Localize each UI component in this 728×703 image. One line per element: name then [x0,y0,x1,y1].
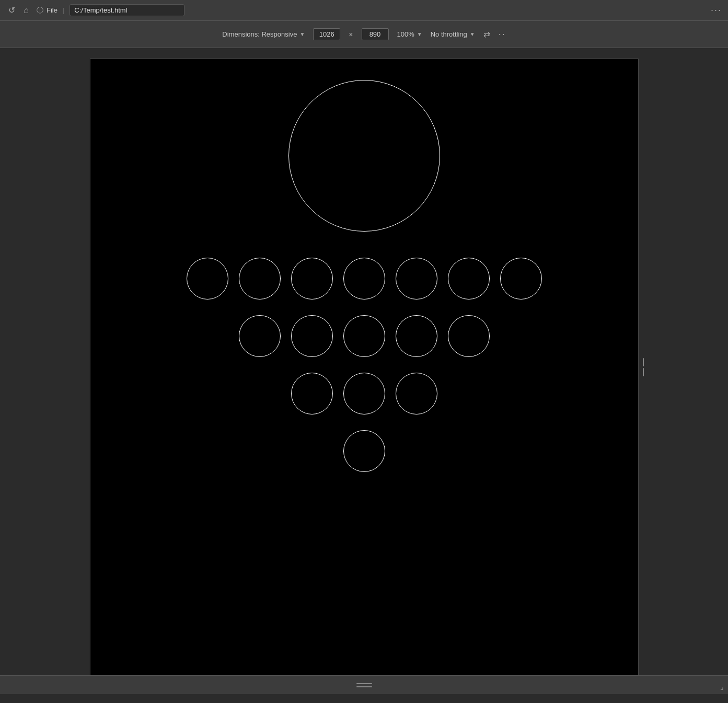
list-item [343,373,385,414]
more-options-button[interactable]: ··· [711,5,722,16]
resize-handle-bar-1 [643,358,644,366]
address-input[interactable]: C:/Temp/test.html [70,4,184,16]
resize-handle-right[interactable] [640,356,646,377]
large-circle-wrapper [288,80,440,232]
toolbar-more-options[interactable]: ·· [499,29,506,40]
throttle-dropdown-arrow: ▼ [470,31,475,37]
list-item [187,258,228,299]
list-item [239,315,281,357]
height-input[interactable] [362,28,389,40]
file-label: File [47,6,57,14]
times-symbol: × [349,30,353,39]
canvas-content [90,59,638,675]
dimensions-dropdown-arrow: ▼ [299,31,305,37]
list-item [291,373,333,414]
dimensions-label: Dimensions: Responsive [222,30,297,38]
circle-row-1 [187,258,542,299]
list-item [396,373,437,414]
list-item [239,258,281,299]
zoom-dropdown-arrow: ▼ [417,31,422,37]
list-item [291,258,333,299]
drag-bar-1 [356,683,372,684]
zoom-dropdown[interactable]: 100% ▼ [397,30,422,38]
devtools-toolbar: Dimensions: Responsive ▼ × 100% ▼ No thr… [0,21,728,48]
list-item [448,258,490,299]
resize-handle-bar-2 [643,368,644,376]
viewport-container [0,48,728,675]
home-icon[interactable]: ⌂ [21,6,31,15]
list-item [343,430,385,472]
list-item [500,258,542,299]
bottom-drag-handle[interactable] [356,683,372,687]
drag-bar-2 [356,686,372,687]
browser-nav-icons: ↺ ⌂ [6,5,31,15]
address-bar-area: ⓘ File | C:/Temp/test.html [37,4,706,16]
width-input[interactable] [313,28,340,40]
dimensions-dropdown[interactable]: Dimensions: Responsive ▼ [222,30,305,38]
circle-row-2 [239,315,490,357]
throttle-label: No throttling [431,30,467,38]
list-item [291,315,333,357]
list-item [343,258,385,299]
circle-row-4 [343,430,385,472]
circles-section [187,258,542,472]
large-circle [288,80,440,232]
viewport-frame [90,59,639,675]
list-item [343,315,385,357]
rotate-icon[interactable]: ⇄ [483,29,490,39]
circle-row-3 [291,373,437,414]
zoom-label: 100% [397,30,414,38]
list-item [396,258,437,299]
list-item [448,315,490,357]
bottom-bar: ⌟ [0,675,728,694]
reload-icon[interactable]: ↺ [6,5,17,15]
separator: | [63,6,64,14]
throttle-dropdown[interactable]: No throttling ▼ [431,30,475,38]
list-item [396,315,437,357]
resize-corner-icon[interactable]: ⌟ [720,683,724,691]
browser-top-bar: ↺ ⌂ ⓘ File | C:/Temp/test.html ··· [0,0,728,21]
info-icon: ⓘ [37,6,43,15]
